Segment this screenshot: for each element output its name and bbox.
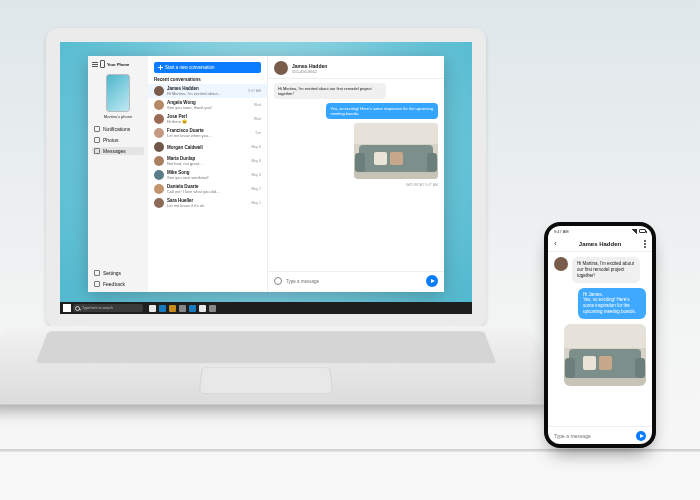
phone-outgoing-photo[interactable] [564,324,646,386]
taskbar-app-icon[interactable] [179,305,186,312]
outgoing-photo[interactable] [354,123,438,179]
message-input[interactable] [286,279,422,284]
bell-icon [94,126,100,132]
nav-notifications[interactable]: Notifications [92,125,144,133]
avatar [154,184,164,194]
chat-header: James Hadden 555-456-9662 [268,56,444,79]
nav-messages[interactable]: Messages [92,147,144,155]
send-button[interactable] [426,275,438,287]
avatar [154,100,164,110]
image-icon [94,137,100,143]
conversation-item[interactable]: James HaddenHi Martina, I'm excited abou… [148,84,267,98]
conv-preview: Let me know when you… [167,133,252,138]
app-title: Your Phone [107,62,129,67]
hamburger-icon[interactable] [92,62,98,67]
nav-settings[interactable]: Settings [92,269,144,277]
conv-name: Morgan Caldwell [167,145,248,150]
message-timestamp: SATURDAY 9:47 AM [406,183,438,187]
send-icon [640,434,644,438]
phone-contact-name: James Hadden [579,241,621,247]
conversation-item[interactable]: Maria DunlapNot bad, not great…May 6 [148,154,267,168]
conv-date: May 2 [251,187,261,191]
search-icon [75,306,80,311]
your-phone-app-window: Your Phone Martina's phone Notifications… [88,56,444,292]
conv-date: May 6 [251,145,261,149]
contact-avatar [274,61,288,75]
send-icon [431,279,435,283]
conv-preview: See you next weekend! [167,175,248,180]
new-conversation-button[interactable]: Start a new conversation [154,62,261,73]
conv-preview: Not bad, not great… [167,161,248,166]
conv-date: Tue [255,131,261,135]
avatar [154,170,164,180]
taskbar-app-icon[interactable] [189,305,196,312]
avatar [154,142,164,152]
plus-icon [158,65,163,70]
conv-date: May 1 [251,201,261,205]
conversation-item[interactable]: Angela WongSee you soon, thank you!Wed [148,98,267,112]
overflow-menu-icon[interactable] [644,240,646,248]
conv-preview: Hi there 😊 [167,119,251,124]
outgoing-message: Yes, so exciting! Here's some inspiratio… [326,103,438,119]
conv-preview: Call me! I love what you did… [167,189,248,194]
conv-date: Wed [254,103,261,107]
phone-send-button[interactable] [636,431,646,441]
phone-incoming-message: Hi Martina, I'm excited about our first … [572,257,640,283]
device-name: Martina's phone [92,114,144,119]
taskbar-app-icon[interactable] [159,305,166,312]
conv-date: May 6 [251,159,261,163]
conversation-item[interactable]: Jose PerlHi there 😊Wed [148,112,267,126]
phone-status-bar: 9:47 AM [548,226,652,236]
phone-message-input[interactable] [554,433,632,439]
conversations-column: Start a new conversation Recent conversa… [148,56,268,292]
phone-icon [100,60,105,68]
chat-pane: James Hadden 555-456-9662 Hi Martina, I'… [268,56,444,292]
conversation-item[interactable]: Morgan CaldwellMay 6 [148,140,267,154]
conversation-item[interactable]: Sara HuellerLet me know if it's okMay 1 [148,196,267,210]
device-thumbnail [106,74,130,112]
taskbar-app-icon[interactable] [169,305,176,312]
chat-icon [94,148,100,154]
start-button[interactable] [63,304,71,312]
conv-preview: Hi Martina, I'm excited about… [167,91,245,96]
conv-date: May 4 [251,173,261,177]
phone-chat-header: ‹ James Hadden [548,236,652,252]
taskbar-search[interactable]: Type here to search [73,304,143,312]
laptop-device: Your Phone Martina's phone Notifications… [46,28,486,456]
taskbar-app-icon[interactable] [199,305,206,312]
contact-name: James Hadden [292,63,327,69]
feedback-icon [94,281,100,287]
phone-input-bar [548,426,652,444]
taskbar-app-icon[interactable] [209,305,216,312]
avatar [154,156,164,166]
avatar [154,114,164,124]
phone-contact-avatar [554,257,568,271]
recent-label: Recent conversations [148,77,267,84]
conversation-item[interactable]: Francisco DuarteLet me know when you…Tue [148,126,267,140]
conv-preview: Let me know if it's ok [167,203,248,208]
conversation-item[interactable]: Daniela DuarteCall me! I love what you d… [148,182,267,196]
gear-icon [94,270,100,276]
avatar [154,86,164,96]
chat-input-bar [268,271,444,292]
signal-icon [631,229,637,234]
windows-taskbar: Type here to search [60,302,472,314]
nav-feedback[interactable]: Feedback [92,280,144,288]
battery-icon [639,229,646,233]
incoming-message: Hi Martina, I'm excited about our first … [274,83,386,99]
taskbar-app-icon[interactable] [149,305,156,312]
back-button[interactable]: ‹ [554,239,557,248]
conversation-item[interactable]: Mike SongSee you next weekend!May 4 [148,168,267,182]
nav-photos[interactable]: Photos [92,136,144,144]
conv-date: 9:47 AM [248,89,261,93]
avatar [154,198,164,208]
phone-device: 9:47 AM ‹ James Hadden Hi Martina, I'm e… [544,222,656,448]
conv-preview: See you soon, thank you! [167,105,251,110]
contact-phone: 555-456-9662 [292,69,327,74]
emoji-icon[interactable] [274,277,282,285]
phone-outgoing-message: Hi James, Yes, so exciting! Here's some … [578,288,646,319]
sidebar: Your Phone Martina's phone Notifications… [88,56,148,292]
phone-time: 9:47 AM [554,229,569,234]
taskbar-pinned-apps [149,305,216,312]
avatar [154,128,164,138]
